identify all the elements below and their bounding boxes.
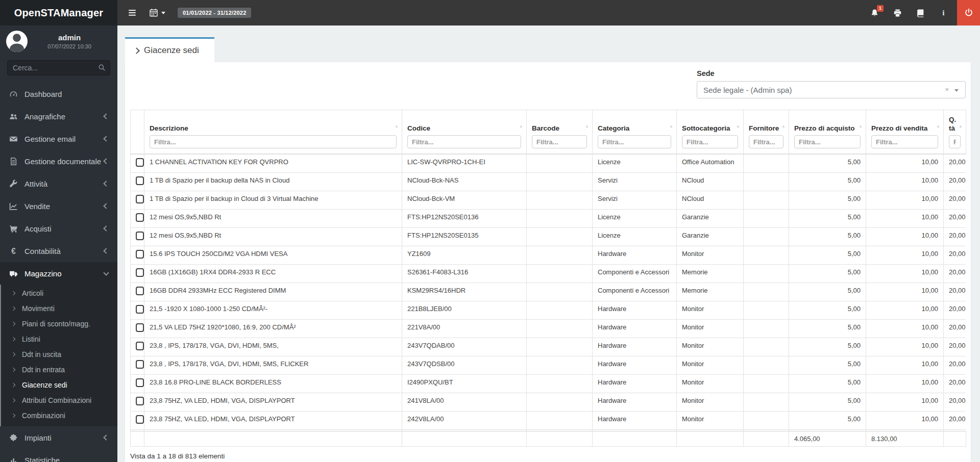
row-checkbox[interactable] — [136, 397, 144, 405]
table-scroll-region[interactable]: 1 CHANNEL ACTIVATION KEY FOR QVRPROLIC-S… — [130, 154, 966, 431]
hamburger-icon[interactable] — [128, 8, 137, 17]
table-row[interactable]: 23,8 , IPS, 178/178, VGA, DVI, HDMI, 5MS… — [131, 356, 966, 375]
table-row[interactable]: 12 mesi OS,9x5,NBD RtFTS:HP12NS20SE0135L… — [131, 228, 966, 246]
cell-q-t: 20,00 — [944, 155, 966, 173]
column-header-prezzo-di-acquisto[interactable]: Prezzo di acquisto▲ — [789, 110, 866, 154]
row-checkbox[interactable] — [136, 268, 144, 277]
sidebar-item-gestione-email[interactable]: Gestione email — [0, 127, 117, 150]
cell-sottocategoria: Monitor — [677, 412, 744, 430]
column-header-sottocategoria[interactable]: Sottocategoria▲ — [677, 110, 744, 154]
table-row[interactable]: 1 CHANNEL ACTIVATION KEY FOR QVRPROLIC-S… — [131, 155, 966, 173]
table-row[interactable]: 23,8 , IPS, 178/178, VGA, DVI, HDMI, 5MS… — [131, 338, 966, 356]
tab-giacenze-sedi[interactable]: Giacenze sedi — [125, 37, 214, 62]
table-row[interactable]: 15.6 IPS TOUCH 250CD/M2 VGA HDMI VESAYZ1… — [131, 246, 966, 265]
book-button[interactable] — [916, 9, 925, 17]
sidebar-subitem-combinazioni[interactable]: Combinazioni — [1, 408, 117, 423]
info-button[interactable] — [939, 9, 948, 17]
sidebar-item-statistiche[interactable]: Statistiche — [0, 449, 117, 462]
sidebar-subitem-listini[interactable]: Listini — [1, 331, 117, 347]
sidebar-item-dashboard[interactable]: Dashboard — [0, 83, 117, 105]
cell-prezzo-di-vendita: 10,00 — [866, 283, 944, 301]
sidebar-subitem-giacenze-sedi[interactable]: Giacenze sedi — [1, 377, 117, 393]
table-row[interactable]: 21,5 VA LED 75HZ 1920*1080, 16:9, 200 CD… — [131, 320, 966, 338]
sidebar-subitem-piani-di-sconto-magg[interactable]: Piani di sconto/magg. — [1, 316, 117, 331]
filter-input-fornitore[interactable] — [749, 135, 783, 148]
cell-codice: KSM29RS4/16HDR — [402, 283, 527, 301]
table-row[interactable]: 16GB (1X16GB) 1RX4 DDR4-2933 R ECCS26361… — [131, 265, 966, 283]
search-input[interactable] — [7, 60, 110, 75]
filter-input-q-t[interactable] — [949, 135, 961, 148]
cell-q-t: 20,00 — [944, 412, 966, 430]
sidebar-subitem-articoli[interactable]: Articoli — [1, 286, 117, 301]
filter-input-sottocategoria[interactable] — [682, 135, 738, 148]
row-checkbox[interactable] — [136, 195, 144, 203]
search-icon[interactable] — [98, 64, 106, 71]
sidebar-item-attivit[interactable]: Attività — [0, 172, 117, 195]
logout-button[interactable] — [957, 0, 980, 25]
sidebar-subitem-movimenti[interactable]: Movimenti — [1, 301, 117, 316]
sidebar-item-vendite[interactable]: Vendite — [0, 195, 117, 217]
sidebar-item-anagrafiche[interactable]: Anagrafiche — [0, 105, 117, 127]
calendar-toggle[interactable] — [149, 8, 165, 17]
sidebar-subitem-attributi-combinazioni[interactable]: Attributi Combinazioni — [1, 393, 117, 408]
row-checkbox[interactable] — [136, 287, 144, 295]
sidebar-item-acquisti[interactable]: Acquisti — [0, 217, 117, 240]
column-header-codice[interactable]: Codice▲ — [402, 110, 527, 154]
row-checkbox[interactable] — [136, 323, 144, 332]
row-checkbox[interactable] — [136, 176, 144, 185]
filter-input-codice[interactable] — [407, 135, 521, 148]
table-row[interactable]: 12 mesi OS,9x5,NBD RtFTS:HP12NS20SE0136L… — [131, 210, 966, 228]
table-row[interactable]: 23,8 75HZ, VA LED, HDMI, VGA, DISPLAYPOR… — [131, 393, 966, 412]
table-row[interactable]: 16GB DDR4 2933MHz ECC Registered DIMMKSM… — [131, 283, 966, 301]
cell-prezzo-di-acquisto: 5,00 — [789, 173, 866, 191]
sidebar-subitem-ddt-in-uscita[interactable]: Ddt in uscita — [1, 347, 117, 362]
filter-input-barcode[interactable] — [532, 135, 587, 148]
row-checkbox[interactable] — [136, 342, 144, 350]
row-checkbox[interactable] — [136, 378, 144, 387]
column-header-q-t[interactable]: Q.tà▲ — [944, 110, 966, 154]
table-row[interactable]: 1 TB di Spazio per il backup della NAS i… — [131, 173, 966, 191]
column-header-categoria[interactable]: Categoria▲ — [593, 110, 677, 154]
table-row[interactable]: 23,8 75HZ, VA LED, HDMI, VGA, DISPLAYPOR… — [131, 412, 966, 430]
column-header-descrizione[interactable]: Descrizione▲ — [144, 110, 402, 154]
cell-barcode — [527, 173, 593, 191]
cell-categoria: Hardware — [593, 393, 677, 412]
cell-sottocategoria: Monitor — [677, 375, 744, 393]
column-header-barcode[interactable]: Barcode▲ — [527, 110, 593, 154]
filter-input-prezzo-di-acquisto[interactable] — [794, 135, 861, 148]
table-row[interactable]: 21,5 -1920 X 1080-1000 1-250 CD/MÂ²-221B… — [131, 301, 966, 320]
sede-select[interactable]: Sede legale - (Admin spa) × — [697, 81, 966, 98]
row-checkbox[interactable] — [136, 305, 144, 314]
cell-codice: YZ1609 — [402, 246, 527, 265]
wrench-icon — [9, 179, 18, 188]
row-checkbox[interactable] — [136, 360, 144, 369]
cell-codice: 243V7QDAB/00 — [402, 338, 527, 356]
column-header-prezzo-di-vendita[interactable]: Prezzo di vendita▲ — [866, 110, 944, 154]
print-button[interactable] — [893, 9, 902, 17]
row-checkbox[interactable] — [136, 158, 144, 167]
notifications-button[interactable]: 1 — [870, 9, 879, 17]
cell-sottocategoria: Monitor — [677, 301, 744, 320]
filter-input-categoria[interactable] — [598, 135, 671, 148]
table-row[interactable]: 1 TB di Spazio per il backup in Cloud di… — [131, 191, 966, 210]
cell-codice: FTS:HP12NS20SE0135 — [402, 228, 527, 246]
sidebar-item-magazzino[interactable]: Magazzino — [0, 262, 117, 285]
row-checkbox[interactable] — [136, 213, 144, 222]
cell-prezzo-di-vendita: 10,00 — [866, 246, 944, 265]
filter-input-descrizione[interactable] — [150, 135, 397, 148]
sidebar-subitem-ddt-in-entrata[interactable]: Ddt in entrata — [1, 362, 117, 377]
cell-sottocategoria: Monitor — [677, 320, 744, 338]
sidebar-item-gestione-documentale[interactable]: Gestione documentale — [0, 150, 117, 172]
cell-codice: 221V8A/00 — [402, 320, 527, 338]
filter-input-prezzo-di-vendita[interactable] — [871, 135, 938, 148]
row-checkbox[interactable] — [136, 232, 144, 240]
column-header-fornitore[interactable]: Fornitore▲ — [744, 110, 789, 154]
table-row[interactable]: 23,8 16.8 PRO-LINE BLACK BORDERLESSI2490… — [131, 375, 966, 393]
clear-selection-icon[interactable]: × — [945, 86, 949, 93]
sidebar-item-impianti[interactable]: Impianti — [0, 426, 117, 449]
date-range-badge[interactable]: 01/01/2022 - 31/12/2022 — [178, 8, 251, 18]
row-checkbox[interactable] — [136, 415, 144, 424]
chevron-down-icon — [103, 270, 109, 275]
row-checkbox[interactable] — [136, 250, 144, 259]
sidebar-item-contabilit[interactable]: Contabilità — [0, 240, 117, 262]
